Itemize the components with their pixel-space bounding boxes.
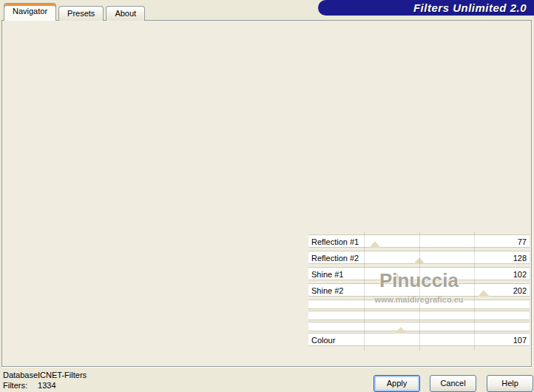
- status-database-value: ICNET-Filters: [38, 371, 87, 379]
- slider-thumb[interactable]: [478, 290, 490, 297]
- help-button[interactable]: Help: [487, 375, 533, 392]
- slider-label: Reflection #1: [311, 236, 359, 248]
- slider-thumb[interactable]: [391, 274, 403, 280]
- tab-presets[interactable]: Presets: [58, 6, 104, 21]
- apply-button[interactable]: Apply: [374, 375, 420, 392]
- slider-row-empty: [308, 322, 530, 331]
- slider-label: Reflection #2: [311, 252, 359, 264]
- slider-row-reflection-2[interactable]: Reflection #2128: [308, 251, 530, 264]
- status-filters: Filters: 1334: [3, 381, 56, 390]
- slider-thumb[interactable]: [395, 327, 407, 334]
- title-banner: Filters Unlimited 2.0: [318, 0, 534, 16]
- slider-row-shine-1[interactable]: Shine #1102: [308, 267, 530, 280]
- app-title: Filters Unlimited 2.0: [413, 1, 527, 14]
- slider-row-empty: [308, 300, 530, 309]
- slider-row-empty: [308, 311, 530, 320]
- tab-navigator[interactable]: Navigator: [4, 3, 56, 21]
- slider-row-reflection-1[interactable]: Reflection #177: [308, 234, 530, 248]
- status-filters-label: Filters:: [3, 381, 36, 390]
- status-filters-value: 1334: [38, 381, 55, 390]
- slider-value: 202: [513, 285, 527, 297]
- slider-thumb[interactable]: [369, 241, 381, 248]
- slider-value: 102: [513, 268, 527, 280]
- slider-label: Shine #1: [311, 268, 343, 280]
- slider-row-shine-2[interactable]: Shine #2202: [308, 283, 530, 297]
- slider-thumb[interactable]: [413, 257, 425, 264]
- tab-about[interactable]: About: [106, 6, 145, 21]
- status-database-label: Database:: [3, 371, 36, 379]
- slider-row-colour[interactable]: Colour107: [308, 333, 530, 346]
- slider-label: Shine #2: [311, 285, 343, 297]
- slider-label: Colour: [311, 334, 335, 346]
- slider-value: 128: [513, 252, 527, 264]
- slider-value: 107: [513, 334, 527, 346]
- slider-value: 77: [518, 236, 527, 248]
- cancel-button[interactable]: Cancel: [430, 375, 476, 392]
- tab-bar: NavigatorPresetsAbout: [4, 3, 145, 21]
- status-database: Database: ICNET-Filters: [3, 371, 87, 379]
